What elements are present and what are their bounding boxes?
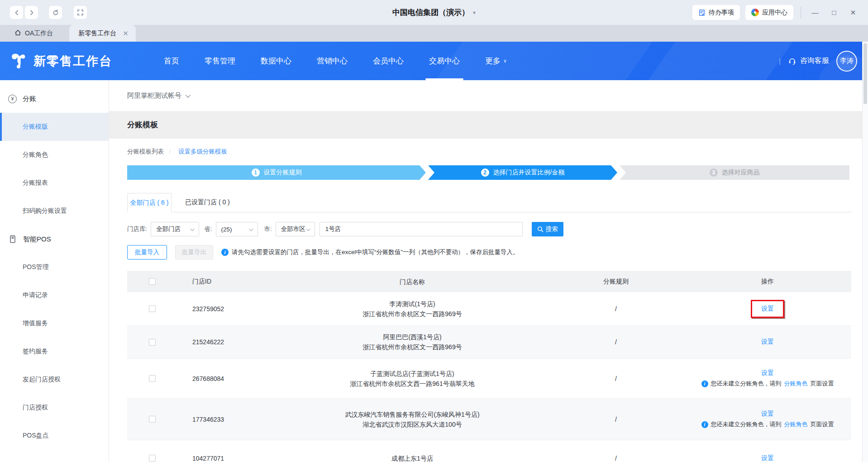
sidebar-item-pos-inventory[interactable]: POS盘点: [0, 422, 109, 450]
search-button[interactable]: 搜索: [532, 222, 563, 236]
close-button[interactable]: ✕: [846, 6, 860, 19]
store-tabs: 全部门店 ( 6 ) 已设置门店 ( 0 ): [127, 192, 851, 212]
minimize-button[interactable]: —: [808, 6, 822, 19]
setup-link[interactable]: 设置: [761, 454, 774, 462]
warning-text: 页面设置: [811, 420, 834, 428]
store-address: 浙江省杭州市余杭区文西一路961号翡翠天地: [277, 379, 548, 389]
row-checkbox[interactable]: [149, 375, 156, 382]
role-page-link[interactable]: 分账角色: [784, 420, 808, 428]
nav-item-more[interactable]: 更多∨: [484, 42, 508, 80]
store-address: 浙江省杭州市余杭区文一西路969号: [277, 309, 548, 319]
nav-item-label: 更多: [485, 56, 501, 66]
sidebar-item-initiate-store-auth[interactable]: 发起门店授权: [0, 366, 109, 394]
tab-label: 已设置门店 ( 0 ): [185, 198, 230, 207]
title-dropdown-icon[interactable]: ▾: [473, 10, 476, 16]
store-name: 成都上东1号店: [277, 453, 548, 462]
nav-item-trade-center[interactable]: 交易中心: [428, 42, 461, 80]
sidebar-item-label: 扫码购分账设置: [23, 207, 67, 215]
breadcrumb-parent-link[interactable]: 分账模板列表: [127, 148, 164, 156]
home-icon: [14, 29, 21, 37]
tab-all-stores[interactable]: 全部门店 ( 6 ): [127, 193, 172, 212]
todo-button[interactable]: 待办事项: [692, 5, 740, 20]
sidebar-item-ledger-role[interactable]: 分账角色: [0, 141, 109, 169]
province-select[interactable]: (25): [216, 222, 258, 236]
store-id: 267688084: [177, 375, 277, 382]
app-logo[interactable]: 新零售工作台: [10, 52, 112, 70]
province-label: 省:: [204, 225, 212, 233]
step-label: 选择对应商品: [722, 168, 760, 177]
customer-service-link[interactable]: 咨询客服: [788, 56, 829, 66]
role-warning: i 您还未建立分账角色，请到分账角色页面设置: [701, 420, 834, 428]
todo-list-icon: [698, 9, 706, 16]
city-label: 市:: [264, 225, 272, 233]
scrollbar-track: [862, 42, 868, 462]
city-select[interactable]: 全部市区: [276, 222, 315, 236]
step-number-badge: 1: [252, 168, 260, 177]
pos-terminal-icon: [8, 235, 17, 244]
tab-oa-label: OA工作台: [25, 29, 53, 38]
sidebar-item-pos-management[interactable]: POS管理: [0, 253, 109, 281]
breadcrumb: 分账模板列表 〉 设置多级分账模板: [127, 148, 862, 156]
nav-item-marketing-center[interactable]: 营销中心: [316, 42, 348, 80]
main-content: 阿里掌柜测试帐号 分账模板 分账模板列表 〉 设置多级分账模板 1 设置分账规则: [109, 80, 862, 462]
nav-item-home[interactable]: 首页: [163, 42, 180, 80]
sidebar-section-ledger[interactable]: ¥ 分账: [0, 85, 109, 113]
navbar-decoration: [625, 42, 806, 80]
sidebar-item-scan-ledger-settings[interactable]: 扫码购分账设置: [0, 197, 109, 225]
sidebar-item-contract-services[interactable]: 签约服务: [0, 337, 109, 366]
table-row: 232759052 李涛测试(1号店) 浙江省杭州市余杭区文一西路969号 / …: [127, 292, 851, 326]
avatar[interactable]: 李涛: [836, 51, 857, 72]
app-center-label: 应用中心: [762, 9, 787, 17]
store-library-select[interactable]: 全部门店: [151, 222, 199, 236]
search-button-label: 搜索: [546, 225, 558, 233]
page-title: 分账模板: [109, 111, 862, 139]
store-id: 177346233: [177, 416, 277, 423]
setup-link[interactable]: 设置: [761, 410, 774, 418]
setup-link[interactable]: 设置: [761, 369, 774, 377]
nav-item-label: 数据中心: [261, 56, 291, 66]
nav-item-data-center[interactable]: 数据中心: [260, 42, 292, 80]
select-all-checkbox[interactable]: [149, 278, 156, 285]
sidebar-item-ledger-template[interactable]: 分账模版: [0, 113, 109, 141]
tab-new-retail-workspace[interactable]: 新零售工作台 ✕: [69, 25, 136, 42]
account-name: 阿里掌柜测试帐号: [127, 91, 181, 100]
chevron-down-icon: [249, 226, 253, 233]
app-center-button[interactable]: 应用中心: [745, 5, 793, 20]
row-checkbox[interactable]: [149, 416, 156, 423]
sidebar-item-store-auth[interactable]: 门店授权: [0, 394, 109, 422]
bulk-import-button[interactable]: 批量导入: [127, 245, 167, 260]
step-1-set-rules: 1 设置分账规则: [127, 165, 426, 180]
scrollbar-thumb[interactable]: [863, 43, 867, 104]
sidebar-item-label: POS管理: [23, 263, 49, 271]
sidebar-item-application-records[interactable]: 申请记录: [0, 281, 109, 309]
table-header: 门店ID 门店名称 分账规则 操作: [127, 271, 851, 292]
nav-item-label: 会员中心: [373, 56, 404, 66]
bulk-tip: i 请先勾选需要设置的门店，批量导出，在excel中填写“分账数值”一列（其他列…: [221, 248, 519, 256]
maximize-button[interactable]: □: [827, 6, 841, 19]
bulk-export-button[interactable]: 批量导出: [175, 245, 213, 260]
sidebar-item-ledger-report[interactable]: 分账报表: [0, 169, 109, 197]
row-checkbox[interactable]: [149, 305, 156, 312]
navbar-menu: 首页 零售管理 数据中心 营销中心 会员中心 交易中心 更多∨: [163, 42, 508, 80]
chevron-down-icon: [190, 226, 195, 233]
tab-configured-stores[interactable]: 已设置门店 ( 0 ): [179, 192, 236, 212]
role-page-link[interactable]: 分账角色: [784, 380, 808, 388]
account-selector[interactable]: 阿里掌柜测试帐号: [109, 80, 862, 111]
row-checkbox[interactable]: [149, 339, 156, 346]
tab-oa-workspace[interactable]: OA工作台: [5, 25, 62, 42]
sidebar-section-smart-pos[interactable]: 智能POS: [0, 225, 109, 253]
sidebar-item-label: 发起门店授权: [23, 375, 61, 384]
setup-link[interactable]: 设置: [761, 338, 774, 346]
nav-item-member-center[interactable]: 会员中心: [372, 42, 405, 80]
sidebar-item-value-added-services[interactable]: 增值服务: [0, 309, 109, 337]
avatar-name: 李涛: [840, 57, 854, 65]
bulk-tip-text: 请先勾选需要设置的门店，批量导出，在excel中填写“分账数值”一列（其他列不要…: [232, 248, 519, 256]
tab-close-icon[interactable]: ✕: [123, 29, 129, 38]
main-navbar: 新零售工作台 首页 零售管理 数据中心 营销中心 会员中心 交易中心 更多∨ |…: [0, 42, 868, 80]
row-checkbox[interactable]: [149, 455, 156, 462]
nav-item-retail[interactable]: 零售管理: [204, 42, 236, 80]
rule-value: /: [548, 305, 684, 313]
keyword-input[interactable]: [320, 222, 523, 236]
store-id: 215246222: [177, 338, 277, 346]
table-row: 177346233 武汉东峻汽车销售服务有限公司(东峻风神1号店) 湖北省武汉市…: [127, 399, 851, 440]
